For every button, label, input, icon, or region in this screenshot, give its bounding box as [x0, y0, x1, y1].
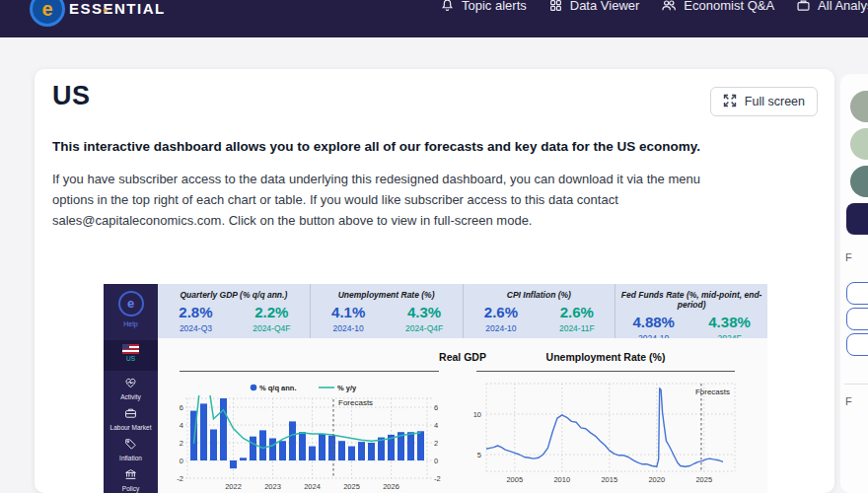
stat-value-actual: 2.8%	[158, 304, 234, 320]
gdp-bar	[417, 431, 424, 460]
gdp-ytick: 6	[434, 403, 438, 412]
nav-item-data-viewer[interactable]: Data Viewer	[548, 0, 640, 13]
gdp-bar	[279, 441, 286, 460]
panel-tile[interactable]	[846, 203, 868, 235]
stat-period-forecast: 2024-Q4F	[387, 323, 463, 333]
sidebar-item-label: Inflation	[104, 455, 158, 461]
unemployment-ytick: 10	[473, 410, 481, 419]
gdp-ytick: 2	[180, 439, 183, 448]
stat-title: Fed Funds Rate (%, mid-point, end-period…	[615, 290, 767, 310]
panel-label: F	[845, 251, 852, 263]
gdp-bar	[200, 403, 207, 460]
gdp-ytick: -2	[434, 474, 441, 483]
sidebar-item-labour-market[interactable]: Labour Market	[104, 401, 158, 432]
gdp-ytick: 0	[180, 457, 183, 465]
unemployment-xtick: 2025	[695, 475, 712, 484]
gdp-ytick: 4	[180, 421, 183, 430]
gdp-ytick: 6	[180, 403, 183, 412]
gdp-bar	[210, 430, 217, 461]
fullscreen-button-label: Full screen	[745, 95, 805, 108]
right-side-panel: F F	[840, 74, 868, 493]
gdp-ytick: -2	[177, 474, 183, 483]
gdp-ytick: 0	[434, 457, 438, 465]
gdp-xtick: 2025	[343, 482, 360, 491]
stat-quarterly-gdp: Quarterly GDP (% q/q ann.) 2.8%2024-Q3 2…	[158, 284, 310, 338]
dashboard-logo-icon: e	[118, 291, 144, 317]
avatar[interactable]	[850, 166, 868, 197]
unemployment-forecast-label: Forecasts	[695, 387, 730, 396]
dashboard-charts: Real GDP% q/q ann.% y/y-2-20022446620222…	[158, 338, 767, 493]
stat-title: Quarterly GDP (% q/q ann.)	[158, 290, 310, 300]
sidebar-item-label: Activity	[104, 393, 158, 400]
gdp-legend-bar-label: % q/q ann.	[259, 384, 297, 392]
fullscreen-button[interactable]: Full screen	[710, 87, 818, 116]
sidebar-item-policy[interactable]: Policy	[104, 462, 158, 493]
gdp-bar	[309, 447, 316, 460]
gdp-bar	[319, 434, 326, 460]
gdp-bar	[250, 437, 256, 460]
panel-button[interactable]	[846, 282, 868, 305]
stat-period-forecast: 2024-Q4F	[234, 323, 310, 333]
stat-fed-funds: Fed Funds Rate (%, mid-point, end-period…	[615, 284, 767, 338]
heart-pulse-icon	[124, 375, 137, 391]
sidebar-item-inflation[interactable]: Inflation	[104, 432, 158, 462]
top-navbar: e ESSENTIAL ✦ Topic alerts Data Viewer	[0, 0, 868, 37]
stat-value-forecast: 4.38%	[691, 314, 767, 330]
gdp-bar	[220, 398, 227, 460]
nav-item-economist-qa[interactable]: Economist Q&A	[661, 0, 774, 13]
gdp-bar	[299, 432, 306, 460]
gdp-bar	[259, 430, 266, 460]
brand-name: ESSENTIAL	[69, 0, 166, 17]
unemployment-xtick: 2010	[553, 475, 570, 484]
avatar[interactable]	[850, 128, 868, 160]
stat-value-actual: 2.6%	[464, 304, 540, 320]
stat-value-forecast: 2.6%	[539, 304, 615, 320]
unemployment-xtick: 2005	[506, 475, 523, 484]
stat-period-actual: 2024-10	[464, 323, 540, 333]
stat-period-forecast: 2024-11F	[539, 323, 615, 333]
briefcase-icon	[796, 0, 811, 13]
gdp-xtick: 2023	[264, 482, 281, 491]
unemployment-xtick: 2015	[601, 475, 617, 484]
gdp-forecast-label: Forecasts	[338, 398, 373, 407]
sidebar-item-activity[interactable]: Activity	[104, 371, 158, 401]
headline-stats-row: Quarterly GDP (% q/q ann.) 2.8%2024-Q3 2…	[158, 284, 767, 338]
unemployment-ytick: 5	[477, 451, 481, 459]
gdp-ytick: 4	[434, 421, 438, 430]
panel-button[interactable]	[846, 333, 868, 356]
stat-value-forecast: 2.2%	[234, 304, 310, 320]
stat-value-actual: 4.1%	[311, 304, 387, 320]
panel-button[interactable]	[846, 308, 868, 330]
sidebar-help-section[interactable]: e Help	[104, 284, 158, 327]
sidebar-item-label: Labour Market	[104, 424, 158, 431]
gdp-bar	[240, 458, 247, 460]
nav-item-topic-alerts[interactable]: Topic alerts	[440, 0, 527, 13]
unemployment-xtick: 2020	[648, 475, 665, 484]
gdp-bar	[289, 421, 296, 460]
gdp-chart-title: Real GDP	[439, 351, 486, 363]
charts-panel: Real GDP% q/q ann.% y/y-2-20022446620222…	[158, 338, 767, 493]
gdp-legend-bar-marker	[251, 385, 257, 391]
nav-item-all-analysis[interactable]: All Analysis	[796, 0, 868, 13]
price-tag-icon	[124, 436, 137, 453]
sidebar-item-us[interactable]: US	[104, 340, 158, 371]
fullscreen-expand-icon	[723, 94, 737, 110]
nav-item-label: Topic alerts	[462, 0, 527, 13]
gdp-bar	[358, 442, 365, 460]
navbar-menu: Topic alerts Data Viewer Economist Q&A	[440, 0, 868, 13]
sidebar-item-label: Policy	[104, 485, 158, 492]
gdp-bar	[407, 432, 414, 460]
gdp-ytick: 2	[434, 439, 438, 448]
body-text: If you have subscriber access to the dat…	[52, 170, 711, 231]
briefcase-icon	[124, 405, 137, 422]
gdp-legend-line-label: % y/y	[337, 384, 357, 392]
unemployment-chart-title: Unemployment Rate (%)	[546, 351, 666, 363]
brand-logo-icon[interactable]: e	[30, 0, 65, 27]
avatar[interactable]	[850, 91, 868, 122]
us-flag-icon	[122, 344, 139, 354]
gdp-bar	[269, 439, 276, 461]
stat-title: Unemployment Rate (%)	[311, 290, 463, 300]
gdp-xtick: 2024	[304, 482, 321, 491]
gdp-xtick: 2022	[225, 482, 242, 491]
bank-icon	[124, 466, 137, 483]
